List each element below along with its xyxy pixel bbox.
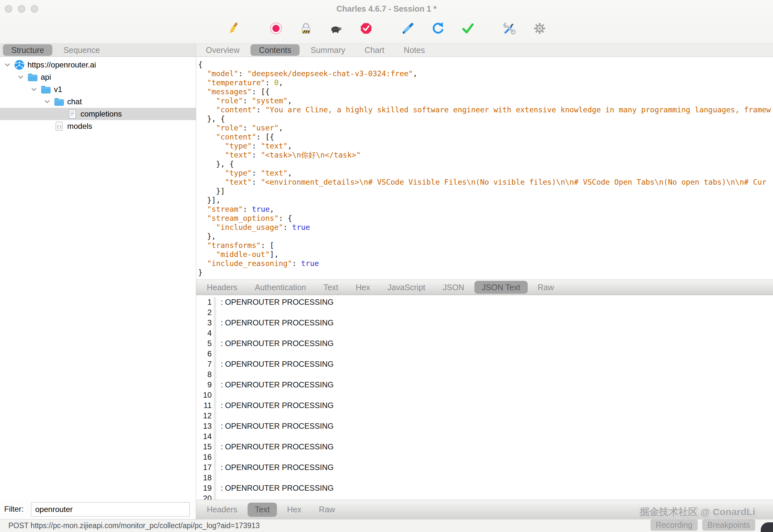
settings-gear-icon[interactable] (532, 21, 547, 36)
tools-icon[interactable] (502, 21, 517, 36)
chevron-down-icon[interactable] (30, 86, 40, 93)
line-text: : OPENROUTER PROCESSING (221, 297, 334, 307)
tab-headers[interactable]: Headers (200, 281, 245, 294)
line-text: : OPENROUTER PROCESSING (221, 442, 334, 452)
tab-label: Hex (356, 283, 370, 292)
response-line: 9: OPENROUTER PROCESSING (196, 380, 773, 390)
chevron-down-icon[interactable] (4, 61, 14, 68)
tab-label: Summary (311, 46, 345, 55)
braces-icon: {} (54, 121, 67, 132)
response-line: 15: OPENROUTER PROCESSING (196, 442, 773, 452)
line-number: 6 (196, 349, 216, 359)
response-line: 19: OPENROUTER PROCESSING (196, 483, 773, 493)
tree-item-api[interactable]: api (0, 71, 196, 83)
line-number: 2 (196, 307, 216, 318)
tab-summary[interactable]: Summary (302, 44, 354, 56)
breakpoints-stop-icon[interactable] (359, 21, 373, 36)
response-line: 17: OPENROUTER PROCESSING (196, 462, 773, 473)
tab-raw[interactable]: Raw (312, 503, 343, 517)
tree-item-https-openrouter-ai[interactable]: https://openrouter.ai (0, 59, 196, 71)
tab-label: Chart (365, 46, 384, 55)
line-number: 12 (196, 411, 216, 421)
tab-raw[interactable]: Raw (530, 281, 561, 294)
tree-item-label: https://openrouter.ai (27, 60, 96, 69)
recording-toggle[interactable]: Recording (651, 519, 698, 531)
window-title: Charles 4.6.7 - Session 1 * (0, 4, 773, 14)
throttle-turtle-icon[interactable] (329, 21, 343, 36)
response-line: 12 (196, 411, 773, 421)
tab-hex[interactable]: Hex (280, 503, 309, 517)
code-line: "content": "You are Cline, a highly skil… (198, 105, 773, 114)
folder-icon (54, 96, 67, 107)
line-text: : OPENROUTER PROCESSING (221, 318, 334, 328)
tab-hex[interactable]: Hex (348, 281, 377, 294)
line-number: 5 (196, 338, 216, 349)
tab-headers[interactable]: Headers (200, 503, 245, 517)
record-icon[interactable] (269, 21, 283, 36)
tab-structure[interactable]: Structure (3, 44, 52, 56)
structure-panel[interactable]: https://openrouter.aiapiv1chatcompletion… (0, 57, 196, 500)
code-line: "transforms": [ (198, 241, 773, 250)
response-line: 8 (196, 369, 773, 380)
code-line: "middle-out"], (198, 250, 773, 259)
code-line: }, { (198, 114, 773, 123)
response-line: 20 (196, 493, 773, 500)
tab-label: Hex (287, 505, 301, 514)
tree-item-label: completions (80, 109, 122, 118)
line-number: 13 (196, 421, 216, 431)
response-body-lines[interactable]: 1: OPENROUTER PROCESSING23: OPENROUTER P… (196, 295, 773, 500)
line-number: 20 (196, 493, 216, 500)
clear-broom-icon[interactable] (227, 21, 242, 36)
validate-check-icon[interactable] (461, 21, 475, 36)
line-text: : OPENROUTER PROCESSING (221, 462, 334, 473)
watermark-text: 掘金技术社区 @ ConardLi (640, 506, 755, 519)
toolbar (227, 21, 547, 36)
response-line: 11: OPENROUTER PROCESSING (196, 400, 773, 411)
tree-item-models[interactable]: {}models (0, 120, 196, 132)
tab-json[interactable]: JSON (435, 281, 472, 294)
tab-chart[interactable]: Chart (356, 44, 393, 56)
response-line: 7: OPENROUTER PROCESSING (196, 359, 773, 369)
code-line: "text": "<environment_details>\n# VSCode… (198, 178, 773, 187)
tab-label: Raw (319, 505, 335, 514)
tab-text[interactable]: Text (248, 503, 277, 517)
filter-input[interactable] (31, 502, 190, 517)
tree-item-label: chat (67, 97, 82, 106)
request-body-json[interactable]: { "model": "deepseek/deepseek-chat-v3-03… (196, 57, 773, 280)
response-line: 13: OPENROUTER PROCESSING (196, 421, 773, 431)
response-line: 10 (196, 390, 773, 400)
tab-text[interactable]: Text (316, 281, 346, 294)
line-number: 4 (196, 328, 216, 338)
line-number: 11 (196, 400, 216, 411)
ssl-proxy-lock-icon[interactable] (299, 21, 313, 36)
chevron-down-icon[interactable] (17, 74, 27, 81)
tab-overview[interactable]: Overview (198, 44, 248, 56)
structure-sequence-tabs: StructureSequence (0, 44, 196, 56)
line-number: 9 (196, 380, 216, 390)
response-line: 18 (196, 473, 773, 483)
chevron-down-icon[interactable] (44, 98, 54, 105)
tab-label: Raw (538, 283, 554, 292)
code-line: }], (198, 196, 773, 205)
tab-json-text[interactable]: JSON Text (474, 281, 528, 294)
tab-authentication[interactable]: Authentication (248, 281, 314, 294)
tree-item-chat[interactable]: chat (0, 96, 196, 108)
repeat-refresh-icon[interactable] (431, 21, 445, 36)
tab-label: Notes (404, 46, 425, 55)
filter-label: Filter: (4, 505, 24, 514)
tree-item-v1[interactable]: v1 (0, 83, 196, 96)
line-text: : OPENROUTER PROCESSING (221, 338, 334, 349)
tab-sequence[interactable]: Sequence (55, 44, 108, 56)
tab-label: JavaScript (387, 283, 425, 292)
tab-notes[interactable]: Notes (395, 44, 433, 56)
compose-pen-icon[interactable] (401, 21, 415, 36)
code-line: "stream": true, (198, 205, 773, 214)
tree-item-completions[interactable]: completions (0, 108, 196, 120)
line-text: : OPENROUTER PROCESSING (221, 359, 334, 369)
line-number: 16 (196, 452, 216, 462)
breakpoints-toggle[interactable]: Breakpoints (702, 519, 755, 531)
line-number: 3 (196, 318, 216, 328)
tab-contents[interactable]: Contents (251, 44, 300, 56)
tree-item-label: v1 (54, 85, 62, 94)
tab-javascript[interactable]: JavaScript (380, 281, 433, 294)
